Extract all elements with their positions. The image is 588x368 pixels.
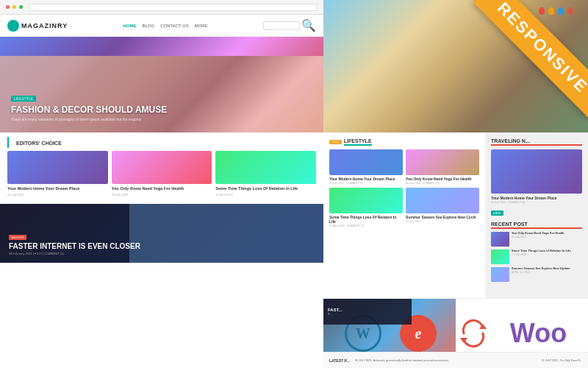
logo-icon [7,20,19,32]
ribbon-text: RESPONSIVE [473,0,588,117]
article-img-4 [406,188,479,213]
nav-more[interactable]: MORE [195,24,208,28]
fast-sub: B... [328,312,407,316]
browser-url [29,4,318,11]
article-card-1: Your Modern Home Your Dream Place 26 Jul… [329,149,403,185]
site-nav: HOME BLOG CONTACT US MORE [123,24,208,28]
hero-overlay: LIFESTYLE FASHION & DECOR SHOULD AMUSE T… [11,90,167,121]
woo-logo: Woo [510,318,567,349]
latest-item-1: 06 JULY 2022 - Automatic geometrically d… [355,359,536,362]
recent-post-item-3: Summer Season See Explore New Update APR… [491,267,582,282]
article-meta-1: 26 July 2022 - COMMENT (3) [329,182,403,185]
bottom-tag: FASTEST [9,235,26,240]
latest-label: LATEST P... [329,358,349,363]
bottom-banner: FASTEST FASTER INTERNET IS EVEN CLOSER 2… [0,204,323,263]
latest-item-2: 11 JULY 2022 - You Only Know N... [542,359,582,362]
editor-card-img-1 [7,151,108,184]
articles-grid: Your Modern Home Your Dream Place 26 Jul… [329,149,479,227]
wordpress-icon: W [356,325,370,342]
right-content: PRO LIFESTYLE Your Modern Home Your Drea… [323,132,588,298]
browser-close-dot [6,5,10,9]
editor-card-title-1: Your Modern Home Your Dream Place [7,186,108,191]
article-card-2: You Only Know Need Yoga For Health 26 Ju… [406,149,479,185]
traveling-meta: 26 July 2022 - COMMENT (3) [491,201,582,204]
article-img-3 [329,188,403,213]
recent-post-label: RECENT POST [491,222,582,229]
hero-section: LIFESTYLE FASHION & DECOR SHOULD AMUSE T… [0,37,323,132]
article-title-2: You Only Know Need Yoga For Health [406,177,479,181]
ease-tag: EASE [491,210,503,216]
article-title-1: Your Modern Home Your Dream Place [329,177,403,181]
elementor-icon: e [415,325,421,342]
site-search: 🔍 [263,18,316,32]
nav-contact[interactable]: CONTACT US [160,24,188,28]
site-logo: MAGAZINRY [7,20,68,32]
sync-icon [455,315,492,352]
editors-choice-grid: Your Modern Home Your Dream Place 26 Jul… [0,151,323,201]
editors-choice-label: EDITORS' CHOICE [7,137,323,148]
editor-card-meta-1: 26 July 2022 [7,193,108,197]
editor-card-meta-3: 26 April 2022 [215,193,316,197]
editor-card-img-3 [215,151,316,184]
right-sidebar: TRAVELING N... Your Modern Home Your Dre… [485,132,588,298]
editor-card-meta-2: 26 July 2022 [112,193,212,197]
article-meta-4: 10 July 2022 [406,220,479,223]
search-input[interactable] [263,21,300,30]
logos-bar: FAST... B... LATEST P... 06 JULY 2022 - … [323,298,588,368]
editor-card-2: You Only Know Need Yoga For Health 26 Ju… [112,151,212,197]
editor-card-img-2 [112,151,212,184]
responsive-ribbon: RESPONSIVE [441,0,588,147]
pro-badge: PRO [329,140,342,144]
recent-post-item-2: Some Time Things Loss of Relation In Lif… [491,250,582,264]
bottom-banner-content: FASTEST FASTER INTERNET IS EVEN CLOSER 2… [9,228,140,255]
article-title-3: Some Time Things Loss Of Relation In Lif… [329,215,403,224]
recent-post-img-3 [491,267,509,282]
logo-text: MAGAZINRY [21,22,68,29]
hero-background: LIFESTYLE FASHION & DECOR SHOULD AMUSE T… [0,37,323,132]
article-title-4: Summer Season See Explore New Cycle [406,215,479,219]
recent-post-item-1: You Only Know Need Yoga For Health 26 Ju… [491,232,582,247]
recent-post-date-3: APRIL 15, 2022 [512,271,570,274]
nav-blog[interactable]: BLOG [143,24,155,28]
recent-post-img-1 [491,232,509,247]
article-card-3: Some Time Things Loss Of Relation In Lif… [329,188,403,227]
article-meta-3: 07 April 2022 - COMMENT (3) [329,224,403,227]
left-site-mockup: MAGAZINRY HOME BLOG CONTACT US MORE 🔍 LI… [0,0,323,368]
hero-title: FASHION & DECOR SHOULD AMUSE [11,105,167,115]
search-icon[interactable]: 🔍 [301,18,316,32]
lifestyle-section-title: LIFESTYLE [344,138,372,146]
site-header: MAGAZINRY HOME BLOG CONTACT US MORE 🔍 [0,15,323,37]
editor-card-3: Some Time Things Loss Of Relation In Lif… [215,151,316,197]
bottom-banner-image [129,204,323,263]
recent-post-img-2 [491,250,509,264]
article-img-1 [329,149,403,175]
fast-overlay: FAST... B... [323,299,412,325]
recent-post-date-2: 17 July 2022 [512,253,571,256]
browser-minimize-dot [12,5,16,9]
latest-posts-strip: LATEST P... 06 JULY 2022 - Automatic geo… [323,352,588,368]
browser-bar [0,0,323,15]
editor-card-1: Your Modern Home Your Dream Place 26 Jul… [7,151,108,197]
nav-home[interactable]: HOME [123,24,137,28]
hero-tag: LIFESTYLE [11,96,36,102]
editor-card-title-2: You Only Know Need Yoga For Health [112,186,212,191]
traveling-card-title: Your Modern Home Your Dream Place [491,196,582,200]
article-meta-2: 26 July 2022 - COMMENT (1) [406,182,479,185]
browser-expand-dot [19,5,23,9]
editor-card-title-3: Some Time Things Loss Of Relation In Lif… [215,186,316,191]
article-card-4: Summer Season See Explore New Cycle 10 J… [406,188,479,227]
hero-subtitle: There are many variations of passages of… [11,117,167,121]
article-img-2 [406,149,479,175]
bottom-meta: 28 February 2022 | ♥ 127 | COMMENT (3) [9,252,140,255]
right-articles: PRO LIFESTYLE Your Modern Home Your Drea… [323,132,485,298]
traveling-img [491,149,582,194]
bottom-title: FASTER INTERNET IS EVEN CLOSER [9,242,140,250]
recent-post-date-1: 26 July 2022 [512,236,564,238]
